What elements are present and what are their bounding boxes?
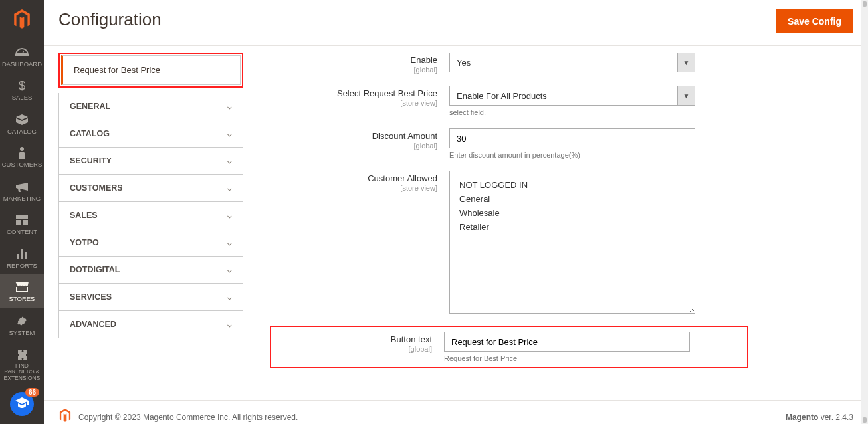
option-retailer[interactable]: Retailer: [459, 220, 685, 234]
field-scope: [store view]: [276, 99, 437, 107]
option-not-logged-in[interactable]: NOT LOGGED IN: [459, 178, 685, 192]
svg-rect-6: [17, 254, 19, 259]
field-label: Discount Amount: [372, 131, 437, 141]
chevron-down-icon: ⌵: [227, 211, 232, 220]
input-col: Enable For All Products ▼ select field.: [449, 86, 742, 116]
gauge-icon: [15, 46, 29, 59]
nav-sales[interactable]: $ SALES: [0, 73, 44, 106]
tab-label: SERVICES: [70, 292, 112, 302]
field-label: Select Request Best Price: [337, 88, 437, 98]
select-value: Yes: [450, 53, 677, 72]
chevron-down-icon[interactable]: ▼: [677, 86, 695, 105]
row-customer-allowed: Customer Allowed [store view] NOT LOGGED…: [276, 171, 742, 314]
tab-label: DOTDIGITAL: [70, 265, 120, 274]
tab-label: SECURITY: [70, 156, 112, 165]
svg-point-2: [20, 147, 24, 151]
field-scope: [global]: [276, 66, 437, 74]
field-scope: [global]: [276, 142, 437, 150]
field-label: Button text: [391, 334, 432, 344]
select-value: Enable For All Products: [450, 86, 677, 105]
tab-label: YOTPO: [70, 238, 99, 247]
field-hint: Request for Best Price: [444, 354, 740, 362]
tab-customers[interactable]: CUSTOMERS ⌵: [59, 175, 243, 202]
save-config-button[interactable]: Save Config: [776, 9, 853, 33]
magento-logo[interactable]: [0, 0, 44, 40]
tab-dotdigital[interactable]: DOTDIGITAL ⌵: [59, 257, 243, 284]
tab-yotpo[interactable]: YOTPO ⌵: [59, 229, 243, 257]
tab-advanced[interactable]: ADVANCED ⌵: [59, 311, 243, 338]
nav-customers[interactable]: CUSTOMERS: [0, 140, 44, 173]
label-col: Customer Allowed [store view]: [276, 171, 449, 192]
request-best-price-select[interactable]: Enable For All Products ▼: [449, 86, 695, 106]
option-wholesale[interactable]: Wholesale: [459, 206, 685, 220]
help-badge: 66: [25, 388, 39, 397]
layout-icon: [16, 213, 28, 227]
label-col: Button text [global]: [271, 332, 444, 353]
field-scope: [store view]: [276, 184, 437, 192]
enable-select[interactable]: Yes ▼: [449, 53, 695, 72]
nav-content[interactable]: CONTENT: [0, 207, 44, 241]
chevron-down-icon: ⌵: [227, 266, 232, 274]
label-col: Discount Amount [global]: [276, 128, 449, 150]
help-bubble[interactable]: 66: [10, 392, 34, 416]
dollar-icon: $: [19, 79, 26, 92]
chevron-down-icon: ⌵: [227, 102, 232, 111]
field-scope: [global]: [271, 345, 432, 353]
tab-label: CUSTOMERS: [70, 183, 123, 193]
footer-product: Magento: [786, 413, 818, 422]
scroll-down-icon: [863, 417, 867, 423]
chevron-down-icon: ⌵: [227, 184, 232, 193]
discount-amount-input[interactable]: [449, 128, 695, 148]
page-header: Configuration Save Config: [44, 0, 868, 46]
nav-dashboard[interactable]: DASHBOARD: [0, 40, 44, 73]
tab-services[interactable]: SERVICES ⌵: [59, 284, 243, 311]
footer-version-text: ver. 2.4.3: [818, 413, 853, 422]
bar-chart-icon: [17, 247, 27, 261]
tab-label: GENERAL: [70, 102, 110, 111]
tab-request-best-price[interactable]: Request for Best Price: [61, 55, 241, 85]
footer-copyright: Copyright © 2023 Magento Commerce Inc. A…: [78, 413, 298, 422]
customer-allowed-multiselect[interactable]: NOT LOGGED IN General Wholesale Retailer: [449, 171, 695, 314]
field-hint: select field.: [449, 108, 742, 116]
nav-reports[interactable]: REPORTS: [0, 241, 44, 274]
person-icon: [19, 146, 25, 159]
chevron-down-icon[interactable]: ▼: [677, 53, 695, 72]
nav-marketing[interactable]: MARKETING: [0, 174, 44, 207]
field-label: Enable: [411, 55, 437, 65]
chevron-down-icon: ⌵: [227, 130, 232, 138]
footer-left: Copyright © 2023 Magento Commerce Inc. A…: [58, 409, 298, 424]
nav-stores[interactable]: STORES: [0, 274, 44, 308]
tab-general[interactable]: GENERAL ⌵: [59, 93, 243, 120]
svg-rect-7: [21, 249, 23, 259]
nav-find-partners[interactable]: FIND PARTNERS & EXTENSIONS: [0, 342, 44, 387]
row-button-text: Button text [global] Request for Best Pr…: [270, 326, 748, 368]
row-select-request: Select Request Best Price [store view] E…: [276, 86, 742, 116]
magento-logo-icon: [13, 9, 31, 31]
config-tabs: Request for Best Price GENERAL ⌵ CATALOG…: [58, 53, 243, 380]
scroll-up-icon: [863, 1, 867, 7]
nav-system[interactable]: SYSTEM: [0, 308, 44, 342]
puzzle-icon: [16, 348, 28, 361]
gear-icon: [16, 314, 28, 328]
button-text-input[interactable]: [444, 332, 690, 352]
box-icon: [16, 113, 28, 126]
label-col: Select Request Best Price [store view]: [276, 86, 449, 107]
chevron-down-icon: ⌵: [227, 293, 232, 302]
admin-sidebar: DASHBOARD $ SALES CATALOG CUSTOMERS MARK…: [0, 0, 44, 424]
highlight-active-tab: Request for Best Price: [58, 53, 243, 88]
megaphone-icon: [16, 180, 28, 193]
outer-scrollbar[interactable]: [861, 0, 868, 424]
content: Request for Best Price GENERAL ⌵ CATALOG…: [44, 46, 868, 400]
nav-catalog[interactable]: CATALOG: [0, 107, 44, 140]
footer-version: Magento ver. 2.4.3: [786, 413, 853, 422]
input-col: Enter discount amount in percentage(%): [449, 128, 742, 159]
tab-group: GENERAL ⌵ CATALOG ⌵ SECURITY ⌵ CUSTOMERS…: [58, 93, 243, 338]
tab-sales[interactable]: SALES ⌵: [59, 202, 243, 229]
page-title: Configuration: [58, 9, 162, 30]
tab-catalog[interactable]: CATALOG ⌵: [59, 120, 243, 148]
chevron-down-icon: ⌵: [227, 239, 232, 247]
option-general[interactable]: General: [459, 192, 685, 206]
tab-security[interactable]: SECURITY ⌵: [59, 148, 243, 175]
svg-rect-5: [23, 220, 28, 225]
magento-footer-logo-icon: [58, 409, 72, 424]
